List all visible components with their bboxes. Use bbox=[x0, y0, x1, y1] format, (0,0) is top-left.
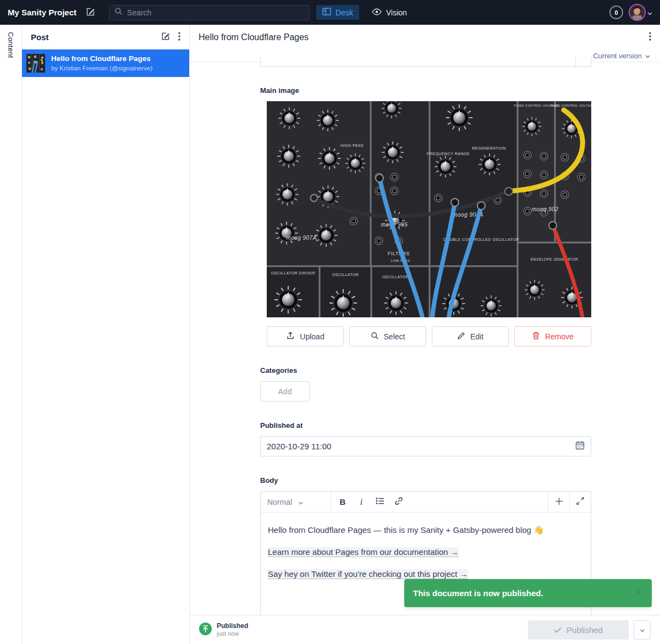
create-new-button[interactable] bbox=[158, 29, 173, 45]
upload-button-label: Upload bbox=[300, 332, 324, 341]
tab-vision-label: Vision bbox=[386, 8, 407, 17]
close-icon bbox=[634, 588, 643, 598]
bullet-list-icon bbox=[376, 497, 384, 507]
toast-close-button[interactable] bbox=[634, 588, 643, 598]
svg-text:ENVELOPE GENERATOR: ENVELOPE GENERATOR bbox=[531, 257, 578, 261]
editor-toolbar: Normal B i bbox=[261, 492, 591, 513]
italic-button[interactable]: i bbox=[353, 494, 370, 510]
desk-icon bbox=[322, 8, 331, 17]
publish-toast: This document is now published. bbox=[404, 579, 652, 607]
document-footer: Published just now Published bbox=[190, 615, 660, 644]
upload-button[interactable]: Upload bbox=[267, 326, 344, 346]
list-item-title: Hello from Cloudflare Pages bbox=[51, 54, 152, 64]
body-paragraph: Hello from Cloudflare Pages — this is my… bbox=[268, 524, 584, 536]
search-input[interactable] bbox=[127, 8, 304, 17]
search-icon bbox=[114, 7, 123, 18]
document-header: Hello from Cloudflare Pages Current vers… bbox=[190, 25, 660, 62]
document-form-scroll[interactable]: Main image bbox=[190, 62, 660, 615]
svg-text:FIXED CONTROL VOLTAGE: FIXED CONTROL VOLTAGE bbox=[514, 104, 559, 107]
link-button[interactable] bbox=[391, 494, 407, 510]
publish-status[interactable]: Published just now bbox=[199, 622, 248, 638]
eye-icon bbox=[372, 8, 382, 17]
add-category-button[interactable]: Add bbox=[260, 381, 310, 401]
link-icon bbox=[394, 497, 403, 507]
bullet-list-button[interactable] bbox=[372, 494, 388, 510]
trash-icon bbox=[532, 331, 540, 342]
paragraph-style-select[interactable]: Normal bbox=[261, 492, 331, 512]
publish-button[interactable]: Published bbox=[528, 620, 629, 640]
checkmark-icon bbox=[554, 625, 562, 635]
svg-text:OSCILLATOR: OSCILLATOR bbox=[382, 275, 409, 279]
publish-status-label: Published bbox=[217, 622, 248, 630]
kebab-menu-icon bbox=[649, 32, 651, 42]
cropped-slug-field[interactable] bbox=[260, 57, 591, 67]
content-rail[interactable]: Content bbox=[0, 25, 22, 644]
tab-desk[interactable]: Desk bbox=[316, 5, 359, 20]
svg-text:HIGH PASS: HIGH PASS bbox=[340, 144, 364, 147]
tab-vision[interactable]: Vision bbox=[366, 5, 413, 20]
list-item[interactable]: Hello from Cloudflare Pages by Kristian … bbox=[22, 49, 189, 77]
published-at-field[interactable] bbox=[260, 436, 591, 456]
compose-icon bbox=[161, 31, 170, 43]
svg-text:DOUBLE CONTROLLED OSCILLATOR: DOUBLE CONTROLLED OSCILLATOR bbox=[443, 238, 519, 241]
bold-button[interactable]: B bbox=[334, 494, 351, 510]
svg-text:OSCILLATOR: OSCILLATOR bbox=[332, 273, 359, 277]
search-icon bbox=[371, 332, 379, 342]
published-at-input[interactable] bbox=[267, 442, 571, 451]
svg-text:REGENERATION: REGENERATION bbox=[472, 146, 506, 150]
publish-menu-button[interactable] bbox=[634, 620, 651, 640]
chevron-down-icon bbox=[298, 498, 324, 507]
kebab-menu-icon bbox=[178, 32, 180, 42]
insert-block-button[interactable] bbox=[548, 492, 569, 512]
published-at-label: Published at bbox=[260, 421, 591, 430]
publish-button-label: Published bbox=[566, 625, 603, 635]
pencil-icon bbox=[457, 332, 465, 342]
calendar-icon[interactable] bbox=[575, 441, 585, 452]
status-badge[interactable]: 0 bbox=[609, 5, 623, 19]
expand-icon bbox=[576, 497, 584, 507]
document-menu-button[interactable] bbox=[647, 30, 653, 45]
chevron-down-icon bbox=[640, 626, 645, 634]
remove-button-label: Remove bbox=[545, 332, 574, 341]
toast-message: This document is now published. bbox=[413, 588, 629, 598]
svg-text:OSCILLATOR DRIVER: OSCILLATOR DRIVER bbox=[271, 271, 316, 275]
document-list-pane: Post bbox=[22, 25, 190, 644]
version-label: Current version bbox=[593, 52, 642, 60]
upload-icon bbox=[286, 331, 295, 342]
compose-icon bbox=[85, 7, 96, 19]
project-title: My Sanity Project bbox=[8, 8, 76, 17]
publish-status-time: just now bbox=[217, 630, 248, 638]
remove-button[interactable]: Remove bbox=[514, 326, 591, 346]
body-link-twitter[interactable]: Say hey on Twitter if you're checking ou… bbox=[268, 569, 468, 579]
chevron-down-icon bbox=[645, 52, 650, 60]
list-header: Post bbox=[22, 25, 189, 49]
select-button[interactable]: Select bbox=[349, 326, 426, 346]
content-rail-label: Content bbox=[7, 32, 15, 644]
paragraph-style-value: Normal bbox=[267, 498, 294, 507]
topbar: My Sanity Project Desk bbox=[0, 0, 660, 25]
main-image-preview[interactable]: HIGH PASS FREQUENCY RANGE REGENERATION m… bbox=[267, 101, 591, 317]
field-divider bbox=[575, 57, 576, 67]
expand-editor-button[interactable] bbox=[569, 492, 591, 512]
document-title: Hello from Cloudflare Pages bbox=[199, 32, 309, 42]
document-pane: Hello from Cloudflare Pages Current vers… bbox=[190, 25, 660, 644]
user-menu[interactable] bbox=[629, 4, 652, 21]
svg-text:moog 902: moog 902 bbox=[532, 206, 558, 212]
new-document-button[interactable] bbox=[83, 4, 98, 21]
svg-text:moog 907A: moog 907A bbox=[286, 235, 317, 241]
chevron-down-icon bbox=[647, 8, 652, 18]
list-title: Post bbox=[31, 32, 49, 42]
edit-button[interactable]: Edit bbox=[432, 326, 509, 346]
main-image-label: Main image bbox=[260, 86, 591, 95]
tab-desk-label: Desk bbox=[336, 8, 353, 17]
plus-icon bbox=[555, 497, 563, 507]
body-link-documentation[interactable]: Learn more about Pages from our document… bbox=[268, 547, 459, 557]
image-button-row: Upload Select bbox=[267, 326, 591, 346]
list-menu-button[interactable] bbox=[176, 30, 183, 45]
search-bar[interactable] bbox=[109, 5, 310, 20]
avatar bbox=[629, 4, 646, 21]
categories-label: Categories bbox=[260, 366, 591, 375]
select-button-label: Select bbox=[384, 332, 405, 341]
edit-button-label: Edit bbox=[470, 332, 483, 341]
svg-text:LOW PASS: LOW PASS bbox=[391, 259, 410, 262]
